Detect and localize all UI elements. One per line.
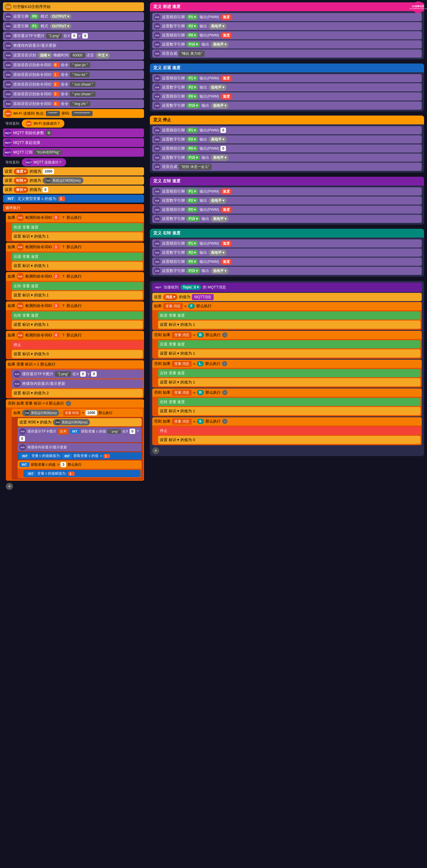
speed-fwd-0[interactable]: 速度	[221, 32, 232, 38]
msg-var-B: 变量 消息	[172, 332, 192, 338]
x-merge[interactable]: 0	[130, 429, 135, 434]
output-mode-0[interactable]: OUTPUT ▾	[50, 14, 72, 19]
p15-fwd[interactable]: P15 ▾	[186, 42, 200, 47]
y-val[interactable]: 0	[82, 33, 88, 38]
flag-init-val[interactable]: 0	[43, 187, 48, 192]
msg-var[interactable]: 消息 ▾	[163, 294, 177, 300]
y-merge-val[interactable]: 0	[20, 436, 25, 441]
p15-stop[interactable]: P15 ▾	[186, 155, 200, 160]
low-right-15[interactable]: 低电平 ▾	[211, 268, 229, 274]
logo-df: DF创客社区	[410, 5, 427, 8]
output-mode-1[interactable]: OUTPUT ▾	[50, 24, 72, 29]
p0-bwd[interactable]: P0 ▾	[186, 94, 198, 99]
mqtt-add-btn[interactable]: +	[152, 447, 159, 454]
pin-p0[interactable]: P0	[30, 14, 39, 19]
p2-bwd[interactable]: P2 ▾	[186, 85, 198, 90]
in-x-merge: 在X	[122, 429, 128, 434]
mqtt-topic-val[interactable]: "KU4VERFNg"	[34, 150, 62, 155]
speed-right-0[interactable]: 速度	[221, 259, 232, 265]
p15-bwd[interactable]: P15 ▾	[186, 103, 200, 108]
p1-bwd[interactable]: P1 ▾	[186, 75, 198, 81]
in-x-label: 在X	[63, 33, 70, 38]
minus-L[interactable]: -	[222, 361, 227, 366]
p2-left[interactable]: P2 ▾	[186, 198, 198, 203]
speed-left-0[interactable]: 速度	[221, 207, 232, 213]
minus-R[interactable]: -	[222, 390, 227, 395]
pwd-val[interactable]: "**********"	[72, 111, 93, 116]
if-label-3: 如果	[8, 303, 15, 308]
low-bwd-2[interactable]: 低电平 ▾	[209, 84, 227, 91]
k10-icon-4: K10	[5, 32, 12, 39]
voice-str-stop[interactable]: "好的 休息一会儿"	[179, 164, 211, 170]
high-left-15[interactable]: 高电平 ▾	[211, 216, 229, 222]
mqtt-connect-label: MQTT 发起连接	[13, 140, 40, 145]
png-str[interactable]: ".png"	[107, 429, 121, 434]
img-name-f1[interactable]: "2.png"	[55, 371, 71, 377]
p1-right[interactable]: P1 ▾	[186, 241, 198, 246]
if-label-1: 如果	[8, 244, 15, 250]
low-left-2[interactable]: 低电平 ▾	[209, 197, 227, 204]
low-bwd-15[interactable]: 低电平 ▾	[211, 103, 229, 109]
speed-bwd-0[interactable]: 速度	[221, 93, 232, 100]
x-val[interactable]: 0	[71, 33, 77, 38]
minus-icon[interactable]: -	[66, 401, 71, 406]
eq-F: =	[184, 304, 187, 308]
stop-body: K10 设置模拟引脚 P1 ▾ 输出(PWM) 0 K10 设置数字引脚 P2 …	[150, 124, 424, 173]
p0-left[interactable]: P0 ▾	[186, 207, 198, 212]
plus-one: 1	[103, 454, 110, 458]
speed-bwd-1[interactable]: 速度	[221, 75, 232, 82]
p2-stop[interactable]: P2 ▾	[186, 137, 198, 142]
p2-right[interactable]: P2 ▾	[186, 250, 198, 255]
p1-left[interactable]: P1 ▾	[186, 189, 198, 194]
ssid-val[interactable]: "*****"	[46, 111, 60, 116]
high-stop-15[interactable]: 高电平 ▾	[211, 155, 229, 161]
cmd-val-4[interactable]: " ting zhi "	[70, 101, 90, 106]
voice-str-fwd[interactable]: "嗨拉 奥力给"	[179, 51, 204, 57]
mqtt-gear-icon[interactable]: ⚙	[45, 130, 52, 136]
right-p1-pwm: K10 设置模拟引脚 P1 ▾ 输出(PWM) 速度	[152, 239, 422, 248]
p15-right[interactable]: P15 ▾	[186, 268, 200, 274]
high-fwd-15[interactable]: 高电平 ▾	[211, 41, 229, 48]
speed-val[interactable]: 1000	[43, 169, 54, 174]
sys-cond-icon: K10	[24, 410, 30, 415]
cmd-val-3[interactable]: " you zhuan "	[70, 91, 96, 97]
img-name[interactable]: "2.png"	[46, 33, 62, 38]
speed-right-1[interactable]: 速度	[221, 241, 232, 247]
pin-p1[interactable]: P1	[30, 24, 39, 29]
p0-stop[interactable]: P0 ▾	[186, 146, 198, 151]
speed-left-1[interactable]: 速度	[221, 188, 232, 195]
high-right-2[interactable]: 高电平 ▾	[209, 250, 227, 256]
p0-fwd[interactable]: P0 ▾	[186, 33, 198, 38]
p0-right[interactable]: P0 ▾	[186, 259, 198, 264]
speed-var[interactable]: 速度 ▾	[14, 168, 28, 175]
add-cmd-3-block: K10 添加语音识别命令词ID 3 命令 " you zhuan "	[3, 90, 144, 98]
add-block-btn[interactable]: +	[6, 483, 13, 490]
time-var[interactable]: 时间 ▾	[14, 178, 28, 184]
cmd-label-2: 命令	[61, 82, 68, 87]
set-analog-p0-right: 设置模拟引脚	[162, 259, 185, 264]
int-def-c-block: INT 定义整型变量 c 的值为: 1	[3, 195, 144, 203]
p2-fwd[interactable]: P2 ▾	[186, 24, 198, 29]
cmd-val-1[interactable]: " hou tui "	[70, 72, 90, 78]
language-val[interactable]: 中文 ▾	[96, 52, 110, 59]
minus-S[interactable]: -	[222, 419, 227, 424]
add-cmd-2-block: K10 添加语音识别命令词ID 2 命令 " zuo zhuan "	[3, 80, 144, 89]
high-stop-2[interactable]: 高电平 ▾	[209, 136, 227, 143]
k10-stop-3: K10	[154, 145, 160, 152]
topic-0-tag[interactable]: Topic_0 ▾	[180, 285, 201, 290]
voice-mode[interactable]: 连续 ▾	[38, 52, 52, 59]
x-f1[interactable]: 0	[80, 371, 86, 377]
high-fwd-2[interactable]: 高电平 ▾	[209, 23, 227, 29]
p15-left[interactable]: P15 ▾	[186, 216, 200, 221]
y-val-f1[interactable]: 0	[91, 371, 97, 377]
speed-fwd-1[interactable]: 速度	[221, 14, 232, 20]
cmd-val-2[interactable]: " zuo zhuan "	[70, 82, 96, 87]
wake-time-val[interactable]: 60000	[70, 53, 85, 58]
minus-B[interactable]: -	[222, 332, 227, 338]
p1-stop[interactable]: P1 ▾	[186, 128, 198, 133]
k10-icon: K10	[5, 3, 12, 10]
p1-fwd[interactable]: P1 ▾	[186, 14, 198, 20]
flag-var[interactable]: 标识 ▾	[14, 187, 28, 193]
cmd-val-0[interactable]: " qian jin "	[70, 62, 90, 68]
right-header: 定义 右转 速度	[150, 229, 424, 238]
